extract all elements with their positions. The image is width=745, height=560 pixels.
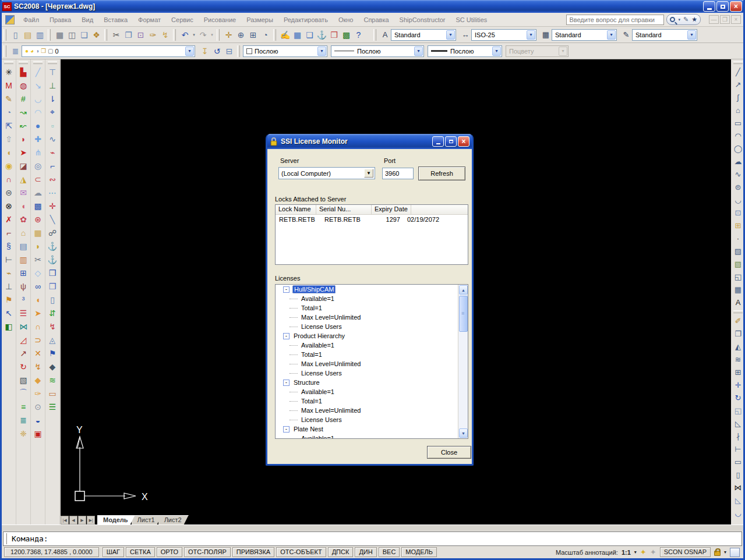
toolbar-icon[interactable]: ▾: [191, 29, 197, 41]
modify-tool-icon[interactable]: ▯: [732, 468, 744, 481]
toolbar-icon[interactable]: ▥: [34, 29, 46, 41]
toolbar-icon[interactable]: ↶: [179, 29, 191, 41]
chevron-down-icon[interactable]: ▾: [492, 47, 501, 56]
restore-button[interactable]: [716, 1, 729, 12]
menu-item[interactable]: Вставка: [98, 15, 133, 25]
layout-tab[interactable]: Модель: [97, 515, 135, 524]
menu-item[interactable]: Справка: [358, 15, 394, 25]
tree-item[interactable]: Total=1: [276, 350, 456, 359]
coordinates-readout[interactable]: 1200.7368, 17.4885 , 0.0000: [4, 547, 99, 557]
tool-icon[interactable]: ◬: [46, 333, 59, 346]
licenses-tree[interactable]: - Hull/ShipCAM Available=1 Total=1: [275, 284, 468, 439]
layer-state-icon[interactable]: ◑: [36, 48, 39, 54]
help-search-input[interactable]: [566, 15, 664, 25]
modify-tool-icon[interactable]: ◡: [732, 506, 744, 519]
modify-tool-icon[interactable]: ◺: [732, 494, 744, 506]
lineweight-combo[interactable]: Послою ▾: [428, 45, 502, 57]
tool-icon[interactable]: ↘: [31, 79, 44, 92]
tool-icon[interactable]: §: [2, 239, 15, 253]
draw-tool-icon[interactable]: ⊞: [732, 219, 744, 232]
search-icon[interactable]: [670, 17, 675, 22]
draw-tool-icon[interactable]: ▧: [732, 257, 744, 270]
tool-icon[interactable]: ◧: [2, 320, 15, 333]
tool-icon[interactable]: ∞: [31, 279, 44, 293]
toolbar-icon[interactable]: ❐: [122, 29, 135, 41]
scroll-down-icon[interactable]: ▼: [459, 428, 468, 438]
tool-icon[interactable]: ▫: [46, 119, 59, 132]
tree-item[interactable]: License Users: [276, 322, 456, 331]
modify-tool-icon[interactable]: ⊢: [732, 442, 744, 455]
draw-tool-icon[interactable]: ▭: [732, 116, 744, 129]
tool-icon[interactable]: ✿: [17, 212, 30, 226]
menu-item[interactable]: Рисование: [199, 15, 241, 25]
tool-icon[interactable]: ◎: [31, 159, 44, 172]
style-combo[interactable]: Standard▾: [552, 29, 617, 41]
tool-icon[interactable]: ▭: [46, 387, 59, 400]
tool-icon[interactable]: ☰: [46, 400, 59, 413]
toolbar-icon[interactable]: ◔: [259, 29, 271, 41]
tool-icon[interactable]: ▙: [17, 65, 30, 79]
tool-icon[interactable]: ↜: [17, 119, 30, 132]
tool-icon[interactable]: ◖: [17, 199, 30, 212]
menu-item[interactable]: Сервис: [166, 15, 199, 25]
draw-tool-icon[interactable]: ╱: [732, 65, 744, 78]
draw-tool-icon[interactable]: ⊡: [732, 206, 744, 219]
tool-icon[interactable]: ↖: [2, 306, 15, 320]
tool-icon[interactable]: ◠: [31, 105, 44, 119]
chevron-down-icon[interactable]: ▾: [185, 47, 194, 56]
mdi-close-button[interactable]: ×: [731, 15, 741, 24]
tool-icon[interactable]: ◆: [46, 360, 59, 373]
locks-column-header[interactable]: Expiry Date: [372, 205, 411, 214]
tool-icon[interactable]: ⚓: [46, 253, 59, 266]
menu-item[interactable]: Редактировать: [278, 15, 333, 25]
tool-icon[interactable]: ▤: [17, 239, 30, 253]
toolbar-icon[interactable]: ↯: [159, 29, 171, 41]
search-dropdown-icon[interactable]: ▾: [678, 17, 680, 22]
menu-item[interactable]: Окно: [333, 15, 359, 25]
modify-tool-icon[interactable]: ⋈: [732, 481, 744, 494]
style-combo[interactable]: Standard▾: [391, 29, 456, 41]
layer-manager-icon[interactable]: ≣: [9, 45, 22, 58]
status-toggle-button[interactable]: ДПСК: [328, 547, 354, 557]
tool-icon[interactable]: ✚: [31, 132, 44, 146]
modify-tool-icon[interactable]: ✐: [732, 314, 744, 327]
tab-nav-button[interactable]: ◀: [69, 516, 77, 524]
tool-icon[interactable]: ⊥: [46, 79, 59, 92]
modify-tool-icon[interactable]: ↻: [732, 391, 744, 404]
chevron-down-icon[interactable]: ▾: [446, 30, 455, 40]
draw-tool-icon[interactable]: ▨: [732, 244, 744, 257]
chevron-down-icon[interactable]: ▾: [607, 30, 616, 40]
scon-osnap-button[interactable]: SCON OSNAP: [660, 547, 711, 557]
tab-nav-button[interactable]: ▶|: [87, 516, 95, 524]
tab-nav-button[interactable]: ▶: [78, 516, 86, 524]
tool-icon[interactable]: ⌐: [46, 159, 59, 172]
tool-icon[interactable]: ◆: [31, 373, 44, 387]
tool-icon[interactable]: ✂: [31, 253, 44, 266]
tool-icon[interactable]: ↻: [17, 360, 30, 373]
chevron-down-icon[interactable]: ▾: [527, 30, 535, 40]
modify-tool-icon[interactable]: ❐: [732, 327, 744, 340]
tool-icon[interactable]: ❒: [46, 266, 59, 279]
tool-icon[interactable]: ⊢: [2, 253, 15, 266]
tool-icon[interactable]: ↗: [17, 346, 30, 360]
chevron-down-icon[interactable]: ▾: [414, 47, 423, 56]
locks-column-header[interactable]: Lock Name: [276, 205, 316, 214]
tool-icon[interactable]: ⊜: [2, 186, 15, 199]
chevron-down-icon[interactable]: ▾: [687, 30, 696, 40]
toolbar-icon[interactable]: ❒: [328, 29, 340, 41]
tool-icon[interactable]: ◔: [2, 105, 15, 119]
tool-icon[interactable]: ≡: [17, 400, 30, 413]
tool-icon[interactable]: ◖: [2, 146, 15, 159]
tree-item[interactable]: Available=1: [276, 434, 456, 439]
draw-tool-icon[interactable]: A: [732, 296, 744, 309]
dialog-minimize-button[interactable]: [432, 136, 444, 147]
tree-item[interactable]: Max Level=Unlimited: [276, 406, 456, 415]
toolbar-icon[interactable]: ▦: [291, 29, 303, 41]
tool-icon[interactable]: ╱: [31, 65, 44, 79]
draw-tool-icon[interactable]: ☁: [732, 155, 744, 168]
tool-icon[interactable]: ∩: [2, 172, 15, 186]
draw-tool-icon[interactable]: ⌂: [732, 104, 744, 116]
tool-icon[interactable]: ▣: [31, 427, 44, 440]
tool-icon[interactable]: ◖: [31, 293, 44, 306]
tool-icon[interactable]: ◪: [17, 159, 30, 172]
